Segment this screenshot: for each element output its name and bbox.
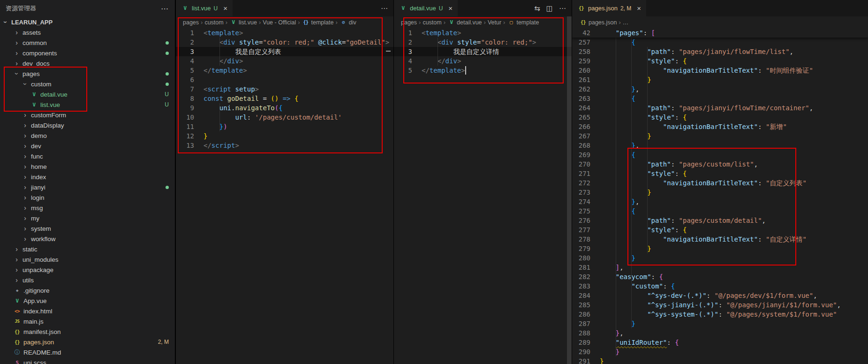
tree-item-dev[interactable]: ›dev — [0, 141, 175, 151]
tree-item-custom[interactable]: ›custom — [0, 79, 175, 89]
breadcrumb-item[interactable]: Vdetail.vue — [447, 19, 482, 26]
code-line[interactable]: 4 </div> — [394, 56, 572, 66]
tab[interactable]: Vlist.vueU× — [176, 0, 233, 16]
code-line[interactable]: 2 <div style="color: red;" @click="goDet… — [176, 38, 393, 47]
tree-item-.gitignore[interactable]: ◆.gitignore — [0, 285, 175, 296]
code-line[interactable]: 272 "navigationBarTitleText": "自定义列表" — [572, 178, 868, 188]
breadcrumb-item[interactable]: {}pages.json — [579, 19, 617, 26]
code-line[interactable]: 258 "path": "pages/jianyi/flowTime/list"… — [572, 47, 868, 56]
code-line[interactable]: 5</template> — [394, 66, 572, 75]
code-line[interactable]: 282 "easycom": { — [572, 272, 868, 281]
breadcrumb-item[interactable]: … — [623, 19, 629, 26]
tree-item-home[interactable]: ›home — [0, 161, 175, 172]
tree-item-msg[interactable]: ›msg — [0, 203, 175, 213]
tree-item-common[interactable]: ›common — [0, 38, 175, 48]
breadcrumb-item[interactable]: ▢template — [507, 19, 539, 26]
tree-item-README.md[interactable]: ⓘREADME.md — [0, 347, 175, 357]
code-line[interactable]: 289 "uniIdRouter": { — [572, 338, 868, 347]
code-editor[interactable]: 42 "pages": [257 {258 "path": "pages/jia… — [572, 28, 868, 364]
tree-item-uni_modules[interactable]: ›uni_modules — [0, 254, 175, 265]
code-editor[interactable]: 1<template>2 <div style="color: red;" @c… — [176, 28, 393, 364]
code-line[interactable]: 5</template> — [176, 66, 393, 75]
code-line[interactable]: 3 我是自定义详情 — [394, 47, 572, 56]
code-line[interactable]: 1<template> — [394, 28, 572, 38]
code-line[interactable]: 2 <div style="color: red;"> — [394, 38, 572, 47]
tree-item-my[interactable]: ›my — [0, 213, 175, 223]
more-actions-icon[interactable]: ⋯ — [161, 4, 168, 13]
code-line[interactable]: 259 "style": { — [572, 56, 868, 66]
tree-item-index.html[interactable]: <>index.html — [0, 306, 175, 316]
tree-item-App.vue[interactable]: VApp.vue — [0, 296, 175, 306]
tab[interactable]: Vdetail.vueU× — [394, 0, 458, 16]
code-line[interactable]: 261 } — [572, 75, 868, 84]
code-line[interactable]: 283 "custom": { — [572, 281, 868, 291]
code-line[interactable]: 11 }) — [176, 122, 393, 131]
code-line[interactable]: 10 url: '/pages/custom/detail' — [176, 113, 393, 122]
tree-item-components[interactable]: ›components — [0, 48, 175, 58]
code-line[interactable]: 6 — [176, 75, 393, 84]
code-line[interactable]: 291} — [572, 356, 868, 364]
code-line[interactable]: 9 uni.navigateTo({ — [176, 103, 393, 113]
tree-item-list.vue[interactable]: Vlist.vueU — [0, 99, 175, 110]
tree-item-jianyi[interactable]: ›jianyi — [0, 182, 175, 192]
code-line[interactable]: 287 } — [572, 319, 868, 328]
close-icon[interactable]: × — [223, 5, 227, 12]
tree-item-customForm[interactable]: ›customForm — [0, 110, 175, 120]
code-editor[interactable]: 1<template>2 <div style="color: red;">3 … — [394, 28, 572, 364]
breadcrumb-item[interactable]: custom — [423, 19, 441, 26]
code-line[interactable]: 8const goDetail = () => { — [176, 94, 393, 103]
breadcrumb-item[interactable]: Vlist.vue — [229, 19, 257, 26]
tree-item-manifest.json[interactable]: {}manifest.json — [0, 326, 175, 337]
tree-item-pages[interactable]: ›pages — [0, 68, 175, 79]
tree-item-login[interactable]: ›login — [0, 192, 175, 203]
code-line[interactable]: 264 "path": "pages/jianyi/flowTime/conta… — [572, 103, 868, 113]
code-line[interactable]: 3 我是自定义列表 — [176, 47, 393, 56]
tree-item-utils[interactable]: ›utils — [0, 275, 175, 285]
code-line[interactable]: 269 { — [572, 150, 868, 159]
code-line[interactable]: 273 } — [572, 188, 868, 197]
tree-item-detail.vue[interactable]: Vdetail.vueU — [0, 89, 175, 99]
code-line[interactable]: 278 "navigationBarTitleText": "自定义详情" — [572, 235, 868, 244]
tree-item-unpackage[interactable]: ›unpackage — [0, 265, 175, 275]
tree-item-index[interactable]: ›index — [0, 172, 175, 182]
open-changes-icon[interactable]: ⇆ — [534, 4, 540, 13]
code-line[interactable]: 257 { — [572, 38, 868, 47]
breadcrumb-item[interactable]: {}template — [302, 19, 334, 26]
tree-item-pages.json[interactable]: {}pages.json2, M — [0, 337, 175, 347]
scrollbar[interactable] — [567, 16, 572, 364]
code-line[interactable]: 267 } — [572, 131, 868, 141]
code-line[interactable]: 288 }, — [572, 328, 868, 338]
code-line[interactable]: 284 "^sys-dev-(.*)": "@/pages/dev/$1/for… — [572, 291, 868, 300]
code-line[interactable]: 281 ], — [572, 263, 868, 272]
tree-item-uni.scss[interactable]: Suni.scss — [0, 357, 175, 364]
sticky-scroll-line[interactable]: 42 "pages": [ — [572, 28, 868, 38]
breadcrumb-item[interactable]: custom — [204, 19, 223, 26]
code-line[interactable]: 262 }, — [572, 84, 868, 94]
code-line[interactable]: 275 { — [572, 206, 868, 216]
code-line[interactable]: 260 "navigationBarTitleText": "时间组件验证" — [572, 66, 868, 75]
tree-item-dev_docs[interactable]: ›dev_docs — [0, 58, 175, 68]
tab[interactable]: {}pages.json2, M× — [572, 0, 646, 16]
code-line[interactable]: 286 "^sys-system-(.*)": "@/pages/system/… — [572, 310, 868, 319]
code-line[interactable]: 265 "style": { — [572, 113, 868, 122]
code-line[interactable]: 279 } — [572, 244, 868, 253]
code-line[interactable]: 271 "style": { — [572, 169, 868, 178]
code-line[interactable]: 290 } — [572, 347, 868, 356]
close-icon[interactable]: × — [637, 5, 641, 12]
tree-item-dataDisplay[interactable]: ›dataDisplay — [0, 120, 175, 130]
tree-item-func[interactable]: ›func — [0, 151, 175, 161]
more-actions-icon[interactable]: ⋯ — [559, 4, 566, 13]
code-line[interactable]: 276 "path": "pages/custom/detail", — [572, 216, 868, 225]
code-line[interactable]: 285 "^sys-jianyi-(.*)": "@/pages/jianyi/… — [572, 300, 868, 310]
tree-item-main.js[interactable]: JSmain.js — [0, 316, 175, 326]
close-icon[interactable]: × — [448, 5, 453, 12]
tree-root[interactable]: ›LEARUN_APP — [0, 17, 175, 27]
breadcrumb-item[interactable]: pages — [183, 19, 199, 26]
code-line[interactable]: 268 }, — [572, 141, 868, 150]
tree-item-system[interactable]: ›system — [0, 223, 175, 234]
tree-item-static[interactable]: ›static — [0, 244, 175, 254]
code-line[interactable]: 12} — [176, 131, 393, 141]
split-editor-icon[interactable]: ◫ — [546, 4, 553, 13]
code-line[interactable]: 1<template> — [176, 28, 393, 38]
breadcrumb-item[interactable]: ⊘div — [340, 19, 356, 26]
